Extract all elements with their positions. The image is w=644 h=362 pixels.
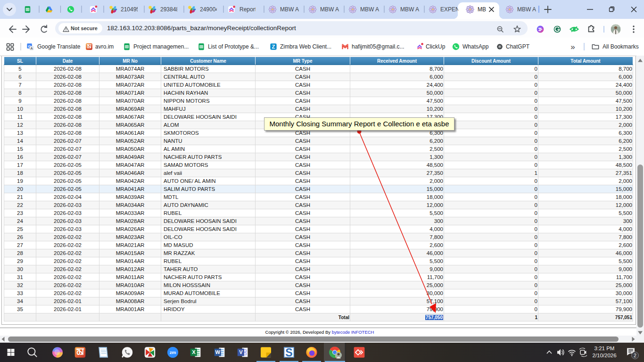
svg-text:zm: zm — [170, 350, 176, 355]
svg-text:A: A — [30, 47, 33, 50]
svg-text:W: W — [215, 349, 221, 355]
svg-text:V: V — [239, 349, 243, 355]
svg-text:Z: Z — [272, 44, 275, 49]
svg-text:S: S — [285, 346, 292, 359]
svg-text:X: X — [192, 349, 196, 355]
svg-text:»: » — [570, 42, 575, 51]
svg-text:2: 2 — [634, 353, 636, 358]
